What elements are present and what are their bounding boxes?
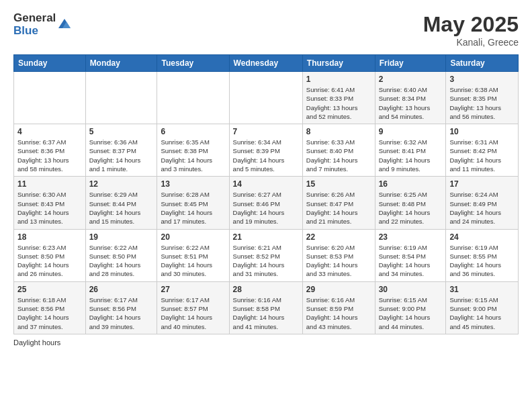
calendar-cell: 31Sunrise: 6:15 AM Sunset: 9:00 PM Dayli… (446, 281, 519, 334)
calendar-week-2: 4Sunrise: 6:37 AM Sunset: 8:36 PM Daylig… (14, 124, 519, 177)
day-number: 20 (161, 232, 225, 242)
header-wednesday: Wednesday (229, 55, 302, 72)
logo-general: General (13, 12, 56, 25)
day-number: 12 (89, 179, 154, 189)
day-number: 27 (161, 285, 225, 294)
day-number: 26 (89, 285, 154, 294)
day-number: 5 (89, 127, 154, 136)
calendar-cell: 9Sunrise: 6:32 AM Sunset: 8:41 PM Daylig… (375, 124, 446, 177)
day-number: 15 (306, 179, 371, 189)
day-info: Sunrise: 6:32 AM Sunset: 8:41 PM Dayligh… (379, 138, 443, 173)
calendar-cell (229, 72, 302, 124)
calendar-cell (14, 72, 86, 124)
calendar-cell: 30Sunrise: 6:15 AM Sunset: 9:00 PM Dayli… (375, 281, 446, 334)
weekday-header-row: Sunday Monday Tuesday Wednesday Thursday… (14, 55, 519, 72)
day-info: Sunrise: 6:36 AM Sunset: 8:37 PM Dayligh… (89, 138, 154, 173)
day-info: Sunrise: 6:41 AM Sunset: 8:33 PM Dayligh… (306, 85, 371, 121)
day-info: Sunrise: 6:29 AM Sunset: 8:44 PM Dayligh… (89, 190, 154, 226)
calendar-cell: 8Sunrise: 6:33 AM Sunset: 8:40 PM Daylig… (302, 124, 375, 177)
day-info: Sunrise: 6:37 AM Sunset: 8:36 PM Dayligh… (17, 138, 82, 173)
day-number: 3 (449, 75, 515, 84)
day-number: 22 (306, 232, 371, 242)
logo: General Blue (13, 12, 72, 37)
header-thursday: Thursday (302, 55, 375, 72)
day-number: 29 (306, 285, 371, 294)
day-info: Sunrise: 6:30 AM Sunset: 8:43 PM Dayligh… (17, 190, 82, 226)
calendar-cell: 3Sunrise: 6:38 AM Sunset: 8:35 PM Daylig… (446, 72, 519, 124)
day-info: Sunrise: 6:21 AM Sunset: 8:52 PM Dayligh… (233, 243, 299, 279)
calendar-cell: 2Sunrise: 6:40 AM Sunset: 8:34 PM Daylig… (375, 72, 446, 124)
day-info: Sunrise: 6:31 AM Sunset: 8:42 PM Dayligh… (449, 138, 515, 173)
calendar-cell: 4Sunrise: 6:37 AM Sunset: 8:36 PM Daylig… (14, 124, 86, 177)
day-number: 7 (233, 127, 299, 136)
calendar-cell: 24Sunrise: 6:19 AM Sunset: 8:55 PM Dayli… (446, 229, 519, 281)
day-info: Sunrise: 6:19 AM Sunset: 8:54 PM Dayligh… (379, 243, 443, 279)
calendar-cell: 18Sunrise: 6:23 AM Sunset: 8:50 PM Dayli… (14, 229, 86, 281)
calendar-cell: 28Sunrise: 6:16 AM Sunset: 8:58 PM Dayli… (229, 281, 302, 334)
header-friday: Friday (375, 55, 446, 72)
calendar-cell: 27Sunrise: 6:17 AM Sunset: 8:57 PM Dayli… (157, 281, 229, 334)
calendar-cell: 15Sunrise: 6:26 AM Sunset: 8:47 PM Dayli… (302, 177, 375, 229)
header-sunday: Sunday (14, 55, 86, 72)
footer: Daylight hours (13, 338, 519, 347)
day-info: Sunrise: 6:34 AM Sunset: 8:39 PM Dayligh… (233, 138, 299, 173)
day-info: Sunrise: 6:15 AM Sunset: 9:00 PM Dayligh… (379, 295, 443, 331)
calendar-cell: 7Sunrise: 6:34 AM Sunset: 8:39 PM Daylig… (229, 124, 302, 177)
calendar-cell: 5Sunrise: 6:36 AM Sunset: 8:37 PM Daylig… (85, 124, 157, 177)
day-number: 28 (233, 285, 299, 294)
calendar-cell: 17Sunrise: 6:24 AM Sunset: 8:49 PM Dayli… (446, 177, 519, 229)
day-number: 31 (449, 285, 515, 294)
day-info: Sunrise: 6:17 AM Sunset: 8:57 PM Dayligh… (161, 295, 225, 331)
day-number: 25 (17, 285, 82, 294)
logo-text: General Blue (13, 12, 56, 37)
day-info: Sunrise: 6:40 AM Sunset: 8:34 PM Dayligh… (379, 85, 443, 121)
day-info: Sunrise: 6:26 AM Sunset: 8:47 PM Dayligh… (306, 190, 371, 226)
day-info: Sunrise: 6:16 AM Sunset: 8:59 PM Dayligh… (306, 295, 371, 331)
calendar-cell: 1Sunrise: 6:41 AM Sunset: 8:33 PM Daylig… (302, 72, 375, 124)
day-number: 30 (379, 285, 443, 294)
day-info: Sunrise: 6:16 AM Sunset: 8:58 PM Dayligh… (233, 295, 299, 331)
day-info: Sunrise: 6:27 AM Sunset: 8:46 PM Dayligh… (233, 190, 299, 226)
title-section: May 2025 Kanali, Greece (423, 12, 519, 48)
day-number: 14 (233, 179, 299, 189)
calendar-cell: 12Sunrise: 6:29 AM Sunset: 8:44 PM Dayli… (85, 177, 157, 229)
calendar-cell: 29Sunrise: 6:16 AM Sunset: 8:59 PM Dayli… (302, 281, 375, 334)
calendar-cell (85, 72, 157, 124)
day-number: 10 (449, 127, 515, 136)
day-info: Sunrise: 6:18 AM Sunset: 8:56 PM Dayligh… (17, 295, 82, 331)
day-info: Sunrise: 6:24 AM Sunset: 8:49 PM Dayligh… (449, 190, 515, 226)
day-info: Sunrise: 6:22 AM Sunset: 8:50 PM Dayligh… (89, 243, 154, 279)
logo-blue: Blue (13, 25, 56, 38)
calendar-cell: 25Sunrise: 6:18 AM Sunset: 8:56 PM Dayli… (14, 281, 86, 334)
day-number: 16 (379, 179, 443, 189)
header-tuesday: Tuesday (157, 55, 229, 72)
location: Kanali, Greece (423, 37, 519, 48)
calendar-cell: 6Sunrise: 6:35 AM Sunset: 8:38 PM Daylig… (157, 124, 229, 177)
day-info: Sunrise: 6:20 AM Sunset: 8:53 PM Dayligh… (306, 243, 371, 279)
day-info: Sunrise: 6:25 AM Sunset: 8:48 PM Dayligh… (379, 190, 443, 226)
day-number: 8 (306, 127, 371, 136)
calendar-week-4: 18Sunrise: 6:23 AM Sunset: 8:50 PM Dayli… (14, 229, 519, 281)
day-number: 1 (306, 75, 371, 84)
calendar-cell: 26Sunrise: 6:17 AM Sunset: 8:56 PM Dayli… (85, 281, 157, 334)
calendar-cell: 23Sunrise: 6:19 AM Sunset: 8:54 PM Dayli… (375, 229, 446, 281)
calendar-cell: 20Sunrise: 6:22 AM Sunset: 8:51 PM Dayli… (157, 229, 229, 281)
day-number: 13 (161, 179, 225, 189)
day-info: Sunrise: 6:15 AM Sunset: 9:00 PM Dayligh… (449, 295, 515, 331)
logo-icon (57, 16, 72, 31)
header-monday: Monday (85, 55, 157, 72)
calendar-cell: 10Sunrise: 6:31 AM Sunset: 8:42 PM Dayli… (446, 124, 519, 177)
calendar-week-1: 1Sunrise: 6:41 AM Sunset: 8:33 PM Daylig… (14, 72, 519, 124)
header: General Blue May 2025 Kanali, Greece (13, 12, 519, 48)
calendar-cell: 14Sunrise: 6:27 AM Sunset: 8:46 PM Dayli… (229, 177, 302, 229)
calendar-cell: 22Sunrise: 6:20 AM Sunset: 8:53 PM Dayli… (302, 229, 375, 281)
day-info: Sunrise: 6:38 AM Sunset: 8:35 PM Dayligh… (449, 85, 515, 121)
calendar-cell: 13Sunrise: 6:28 AM Sunset: 8:45 PM Dayli… (157, 177, 229, 229)
day-number: 21 (233, 232, 299, 242)
day-number: 19 (89, 232, 154, 242)
day-info: Sunrise: 6:28 AM Sunset: 8:45 PM Dayligh… (161, 190, 225, 226)
day-number: 18 (17, 232, 82, 242)
calendar-week-3: 11Sunrise: 6:30 AM Sunset: 8:43 PM Dayli… (14, 177, 519, 229)
calendar-cell: 16Sunrise: 6:25 AM Sunset: 8:48 PM Dayli… (375, 177, 446, 229)
day-number: 23 (379, 232, 443, 242)
